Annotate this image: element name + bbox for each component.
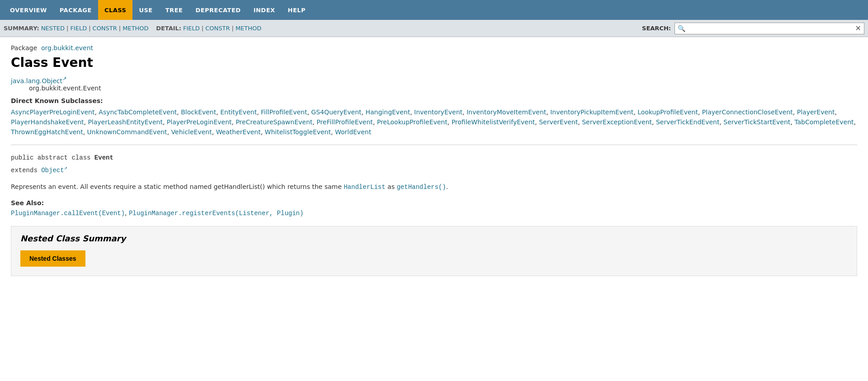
- nav-class[interactable]: CLASS: [98, 0, 133, 20]
- class-signature: public abstract class Event extends Obje…: [11, 152, 857, 176]
- sig-extends: extends: [11, 167, 41, 174]
- nested-class-summary-section: Nested Class Summary Nested Classes: [11, 226, 857, 276]
- subclass-link[interactable]: ServerTickEndEvent: [656, 118, 719, 126]
- subclass-links: AsyncPlayerPreLoginEvent, AsyncTabComple…: [11, 107, 857, 137]
- sig-classname: Event: [94, 154, 113, 161]
- subclass-link[interactable]: InventoryPickupItemEvent: [550, 108, 633, 116]
- get-handlers-link[interactable]: getHandlers(): [396, 183, 446, 191]
- class-title: Class Event: [11, 55, 857, 70]
- class-description: Represents an event. All events require …: [11, 182, 857, 192]
- detail-constr-link[interactable]: CONSTR: [205, 25, 230, 32]
- nav-help[interactable]: HELP: [282, 0, 312, 20]
- subclass-link[interactable]: PlayerLeashEntityEvent: [88, 118, 162, 126]
- divider: [11, 145, 857, 145]
- subclass-link[interactable]: EntityEvent: [220, 108, 257, 116]
- subclass-link[interactable]: ServerTickStartEvent: [723, 118, 790, 126]
- inheritance-hierarchy: java.lang.Object↗ org.bukkit.event.Event: [11, 75, 857, 92]
- package-line: Package org.bukkit.event: [11, 44, 857, 52]
- subclass-link[interactable]: PreFillProfileEvent: [316, 118, 373, 126]
- package-prefix: Package: [11, 44, 37, 52]
- nav-index[interactable]: INDEX: [247, 0, 282, 20]
- see-also-register-events-link[interactable]: PluginManager.registerEvents(Listener, P…: [129, 210, 303, 217]
- see-also-section: See Also: PluginManager.callEvent(Event)…: [11, 199, 857, 217]
- summary-constr-link[interactable]: CONSTR: [93, 25, 117, 32]
- see-also-links-container: PluginManager.callEvent(Event), PluginMa…: [11, 209, 857, 217]
- search-icon: 🔍: [675, 25, 688, 32]
- nav-overview[interactable]: OVERVIEW: [4, 0, 53, 20]
- nested-summary-title: Nested Class Summary: [20, 234, 848, 243]
- desc-text-3: .: [446, 183, 448, 190]
- subclass-link[interactable]: ServerExceptionEvent: [582, 118, 652, 126]
- sub-navigation: SUMMARY: NESTED | FIELD | CONSTR | METHO…: [0, 20, 868, 37]
- detail-label: DETAIL:: [156, 25, 181, 32]
- subclass-link[interactable]: AsyncTabCompleteEvent: [99, 108, 177, 116]
- summary-label: SUMMARY:: [4, 25, 39, 32]
- sig-public-abstract: public abstract class: [11, 154, 94, 161]
- subclass-link[interactable]: ThrownEggHatchEvent: [11, 128, 83, 136]
- subclass-link[interactable]: WeatherEvent: [216, 128, 261, 136]
- subclass-link[interactable]: PlayerConnectionCloseEvent: [702, 108, 793, 116]
- nav-use[interactable]: USE: [132, 0, 159, 20]
- detail-field-link[interactable]: FIELD: [183, 25, 200, 32]
- subclass-link[interactable]: PlayerHandshakeEvent: [11, 118, 84, 126]
- summary-nested-link[interactable]: NESTED: [41, 25, 65, 32]
- subclass-link[interactable]: HangingEvent: [366, 108, 410, 116]
- subclass-link[interactable]: UnknownCommandEvent: [87, 128, 167, 136]
- subclass-link[interactable]: PlayerEvent: [797, 108, 835, 116]
- nested-classes-button[interactable]: Nested Classes: [20, 250, 85, 267]
- direct-known-label: Direct Known Subclasses:: [11, 97, 857, 104]
- summary-field-link[interactable]: FIELD: [70, 25, 87, 32]
- subclass-link[interactable]: BlockEvent: [181, 108, 216, 116]
- subclass-link[interactable]: GS4QueryEvent: [311, 108, 361, 116]
- subclass-link[interactable]: InventoryEvent: [414, 108, 462, 116]
- package-name-link[interactable]: org.bukkit.event: [41, 44, 93, 52]
- direct-known-subclasses: Direct Known Subclasses: AsyncPlayerPreL…: [11, 97, 857, 137]
- subclass-link[interactable]: AsyncPlayerPreLoginEvent: [11, 108, 94, 116]
- subclass-link[interactable]: FillProfileEvent: [261, 108, 307, 116]
- search-label: SEARCH:: [642, 25, 671, 32]
- subclass-link[interactable]: TabCompleteEvent: [794, 118, 854, 126]
- top-navigation: OVERVIEW PACKAGE CLASS USE TREE DEPRECAT…: [0, 0, 868, 20]
- search-input[interactable]: [688, 23, 853, 34]
- see-also-label: See Also:: [11, 199, 857, 207]
- subclass-link[interactable]: PlayerPreLoginEvent: [167, 118, 232, 126]
- subclass-link[interactable]: PreLookupProfileEvent: [377, 118, 448, 126]
- subclass-link[interactable]: InventoryMoveItemEvent: [467, 108, 546, 116]
- search-box: 🔍 ✕: [675, 23, 864, 34]
- desc-text-2: as: [386, 183, 397, 190]
- ext-link-icon: ↗: [62, 75, 67, 82]
- subclass-link[interactable]: VehicleEvent: [171, 128, 212, 136]
- subclass-link[interactable]: WorldEvent: [335, 128, 371, 136]
- subclass-link[interactable]: PreCreatureSpawnEvent: [236, 118, 312, 126]
- subclass-link[interactable]: LookupProfileEvent: [637, 108, 698, 116]
- summary-method-link[interactable]: METHOD: [123, 25, 148, 32]
- desc-text-1: Represents an event. All events require …: [11, 183, 344, 190]
- subclass-link[interactable]: ProfileWhitelistVerifyEvent: [452, 118, 535, 126]
- subclass-link[interactable]: ServerEvent: [539, 118, 578, 126]
- nav-tree[interactable]: TREE: [159, 0, 189, 20]
- subclass-link[interactable]: WhitelistToggleEvent: [265, 128, 331, 136]
- sig-object-link[interactable]: Object↗: [41, 167, 67, 174]
- handler-list-link[interactable]: HandlerList: [344, 183, 385, 191]
- current-class-path: org.bukkit.event.Event: [29, 85, 857, 92]
- sig-ext-icon: ↗: [64, 165, 67, 171]
- see-also-call-event-link[interactable]: PluginManager.callEvent(Event): [11, 210, 125, 217]
- detail-method-link[interactable]: METHOD: [236, 25, 261, 32]
- nav-deprecated[interactable]: DEPRECATED: [189, 0, 247, 20]
- search-clear-button[interactable]: ✕: [853, 24, 864, 33]
- nav-package[interactable]: PACKAGE: [53, 0, 98, 20]
- main-content: Package org.bukkit.event Class Event jav…: [0, 37, 868, 381]
- parent-class-link[interactable]: java.lang.Object↗: [11, 77, 67, 85]
